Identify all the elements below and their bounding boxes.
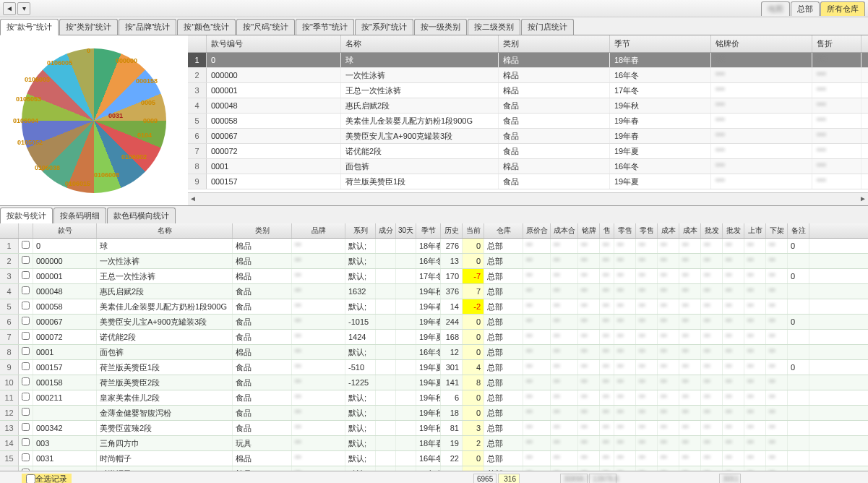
col-header[interactable]: 铭牌价 [711,35,812,52]
col-header[interactable] [188,35,207,52]
stat-tab[interactable]: 按"系列"统计 [355,19,413,35]
col-header[interactable]: 成本 [658,223,679,238]
top-tab[interactable]: 总部 [791,1,820,16]
col-header[interactable]: 款号 [33,223,97,238]
table-row[interactable]: 10000158荷兰版美赞臣2段食品**-122519年夏1418总部*****… [0,375,868,390]
stat-tab[interactable]: 按门店统计 [521,19,574,35]
col-header[interactable]: 名称 [97,223,233,238]
upper-grid-body[interactable]: 10球棉品18年春******2000000一次性泳裤棉品16年冬******3… [188,53,868,192]
col-header[interactable]: 备注 [788,223,809,238]
col-header[interactable]: 零售 [614,223,636,238]
cell-chk[interactable] [19,345,33,359]
cell-chk[interactable] [19,299,33,314]
table-row[interactable]: 9000157荷兰版美赞臣1段食品**-51019年夏3014总部*******… [0,360,868,375]
cell-chk[interactable] [19,239,33,253]
table-row[interactable]: 150031时尚帽子棉品**默认;16年冬220总部**************… [0,451,868,466]
table-row[interactable]: 4000048惠氏启赋2段食品19年秋****** [188,98,868,114]
table-row[interactable]: 3000001王总一次性泳裤棉品17年冬****** [188,83,868,98]
cell-chk[interactable] [19,315,33,329]
stat-tab[interactable]: 按"款号"统计 [0,19,59,35]
lower-tab[interactable]: 按条码明细 [53,208,106,223]
lower-tab[interactable]: 按款号统计 [0,208,53,224]
cell-chk[interactable] [19,330,33,344]
table-row[interactable]: 4000048惠氏启赋2段食品**163219年秋3767总部*********… [0,284,868,299]
cell-num: 8 [0,345,19,359]
cell-chk[interactable] [19,360,33,375]
cell-price: *** [711,53,812,67]
cell-cur: -7 [463,269,484,283]
col-header[interactable]: 成本 [679,223,701,238]
table-row[interactable]: 3000001王总一次性泳裤棉品**默认;17年冬170-7总部********… [0,269,868,284]
col-header[interactable]: 当前 [463,223,484,238]
cell-chk[interactable] [19,406,33,420]
cell-chk[interactable] [19,436,33,450]
col-header[interactable]: 30天 [396,223,416,238]
table-row[interactable]: 7000072诺优能2段食品**142419年夏1680总部**********… [0,330,868,345]
col-header[interactable]: 下架 [766,223,788,238]
cell-name: 荷兰版美赞臣2段 [97,375,233,390]
col-header[interactable]: 铭牌 [578,223,600,238]
table-row[interactable]: 80001面包裤棉品16年冬****** [188,159,868,174]
col-header[interactable]: 季节 [416,223,441,238]
cell-series: 默认; [345,436,376,450]
col-header[interactable]: 批发 [723,223,744,238]
col-header[interactable]: 类别 [233,223,292,238]
table-row[interactable]: 80001面包裤棉品**默认;16年冬120总部****************… [0,345,868,360]
table-row[interactable]: 14003三角四方巾玩具**默认;18年春192总部**************… [0,436,868,451]
table-row[interactable]: 10球棉品**默认;18年春2760总部********************… [0,239,868,254]
table-row[interactable]: 12金薄金健婴智腹泻粉食品**默认;19年秋180总部*************… [0,406,868,421]
table-row[interactable]: 6000067美赞臣安儿宝A+900克罐装3段食品**-101519年春2440… [0,315,868,330]
top-tab[interactable]: 地图 [761,1,790,16]
col-header[interactable]: 名称 [341,35,499,52]
col-header[interactable]: 历史 [441,223,463,238]
tool-dropdown-icon[interactable]: ▾ [17,2,30,15]
table-row[interactable]: 9000157荷兰版美赞臣1段食品19年夏****** [188,174,868,189]
tool-back-icon[interactable]: ◄ [3,2,16,15]
table-row[interactable]: 5000058美素佳儿金装婴儿配方奶粉1段900G食品19年春****** [188,114,868,129]
col-header[interactable]: 售折 [812,35,861,52]
stat-tab[interactable]: 按"类别"统计 [59,19,118,35]
col-header[interactable]: 仓库 [484,223,523,238]
stat-tab[interactable]: 按二级类别 [468,19,520,35]
col-header[interactable]: 款号编号 [207,35,341,52]
col-header[interactable]: 售 [600,223,614,238]
table-row[interactable]: 2000000一次性泳裤棉品16年冬****** [188,68,868,83]
col-header[interactable]: 上市 [744,223,766,238]
stat-tab[interactable]: 按"颜色"统计 [177,19,236,35]
col-header[interactable]: 原价合 [523,223,551,238]
table-row[interactable]: 10球棉品18年春****** [188,53,868,68]
check-all-records[interactable]: 全选记录 [22,474,72,483]
top-tab[interactable]: 所有仓库 [820,1,865,16]
cell-chk[interactable] [19,451,33,466]
cell-chk[interactable] [19,284,33,299]
table-row[interactable]: 5000058美素佳儿金装婴儿配方奶粉1段900G食品**默认;19年春14-2… [0,299,868,315]
col-header[interactable]: 系列 [345,223,376,238]
table-row[interactable]: 6000067美赞臣安儿宝A+900克罐装3段食品19年春****** [188,129,868,144]
lower-tab[interactable]: 款色码横向统计 [107,208,176,223]
col-header[interactable] [19,223,33,238]
stat-tab[interactable]: 按一级类别 [414,19,467,35]
stat-tab[interactable]: 按"品牌"统计 [119,19,177,35]
cell-chk[interactable] [19,421,33,435]
stat-tab[interactable]: 按"季节"统计 [296,19,354,35]
col-header[interactable] [0,223,19,238]
col-header[interactable]: 季节 [610,35,711,52]
col-header[interactable]: 批发 [701,223,723,238]
horizontal-scrollbar[interactable] [188,192,868,205]
cell-chk[interactable] [19,269,33,283]
stat-tab[interactable]: 按"尺码"统计 [236,19,295,35]
table-row[interactable]: 7000072诺优能2段食品19年夏****** [188,144,868,159]
cell-chk[interactable] [19,254,33,268]
col-header[interactable]: 类别 [499,35,610,52]
col-header[interactable]: 成分 [376,223,396,238]
table-row[interactable]: 11000211皇家美素佳儿2段食品**默认;19年秋60总部*********… [0,390,868,406]
table-row[interactable]: 13000342美赞臣蓝臻2段食品**默认;19年秋813总部*********… [0,421,868,436]
table-row[interactable]: 2000000一次性泳裤棉品**默认;16年冬130总部************… [0,254,868,269]
col-header[interactable]: 成本合 [551,223,578,238]
col-header[interactable]: 品牌 [292,223,345,238]
col-header[interactable]: 零售 [636,223,658,238]
cell-chk[interactable] [19,375,33,390]
lower-grid-body[interactable]: 10球棉品**默认;18年春2760总部********************… [0,239,868,471]
cell-chk[interactable] [19,390,33,405]
cell-wh: 总部 [484,330,523,344]
